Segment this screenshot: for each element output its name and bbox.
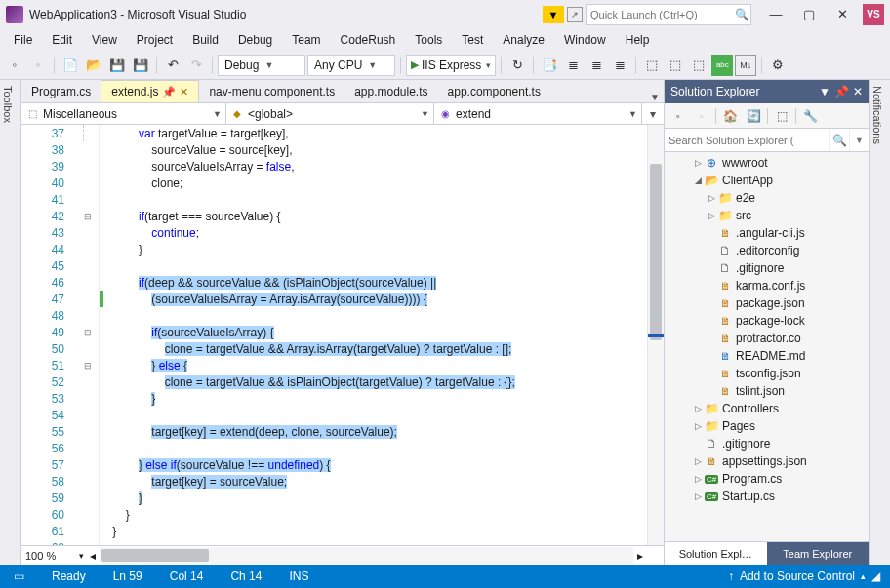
toggle-1[interactable]: 📑 — [539, 55, 560, 76]
tree-node[interactable]: 🗎package-lock — [665, 312, 869, 330]
horizontal-scrollbar[interactable] — [100, 547, 633, 564]
menu-window[interactable]: Window — [554, 31, 616, 49]
quick-launch-search[interactable]: 🔍 — [586, 4, 751, 25]
feedback-flag-icon[interactable]: ▼ — [543, 6, 564, 23]
save-all-button[interactable]: 💾 — [130, 55, 151, 76]
platform-combo[interactable]: Any CPU▼ — [307, 55, 395, 76]
toggle-4[interactable]: ≣ — [609, 55, 630, 76]
quick-launch-input[interactable] — [587, 9, 733, 20]
menu-tools[interactable]: Tools — [405, 31, 452, 49]
document-tab[interactable]: nav-menu.component.ts — [199, 81, 344, 102]
toggle-2[interactable]: ≣ — [562, 55, 584, 76]
nav-back-button[interactable]: ◦ — [4, 55, 25, 76]
tree-node[interactable]: ◢📂ClientApp — [665, 172, 869, 189]
undo-button[interactable]: ↶ — [162, 55, 183, 76]
folding-gutter[interactable]: ⊟⊟⊟ — [76, 125, 100, 545]
solution-tree[interactable]: ▷⊕wwwroot◢📂ClientApp▷📁e2e▷📁src🗎.angular-… — [665, 152, 869, 541]
vs-account-badge[interactable]: VS — [863, 4, 884, 25]
menu-help[interactable]: Help — [616, 31, 660, 49]
maximize-button[interactable]: ▢ — [792, 4, 826, 25]
se-home[interactable]: 🏠 — [720, 106, 740, 126]
menu-test[interactable]: Test — [452, 31, 493, 49]
document-tab[interactable]: app.module.ts — [344, 81, 437, 102]
menu-analyze[interactable]: Analyze — [493, 31, 554, 49]
code-editor[interactable]: 3738394041424344454647484950515253545556… — [21, 125, 664, 545]
solution-explorer-header[interactable]: Solution Explorer ▼ 📌 ✕ — [665, 80, 869, 103]
tree-node[interactable]: 🗋.gitignore — [665, 259, 869, 277]
status-ins[interactable]: INS — [275, 569, 322, 583]
menu-project[interactable]: Project — [127, 31, 182, 49]
tree-node[interactable]: ▷📁src — [665, 207, 869, 224]
tab-solution-explorer[interactable]: Solution Expl… — [665, 542, 767, 565]
dropdown-icon[interactable]: ▼ — [819, 85, 830, 98]
menu-debug[interactable]: Debug — [228, 31, 282, 49]
tool-b[interactable]: ⬚ — [665, 55, 686, 76]
tree-node[interactable]: ▷📁Controllers — [665, 400, 869, 417]
config-combo[interactable]: Debug▼ — [218, 55, 305, 76]
menu-view[interactable]: View — [82, 31, 127, 49]
tree-node[interactable]: ▷C#Startup.cs — [665, 488, 869, 505]
browser-link-button[interactable]: ↻ — [506, 55, 528, 76]
menu-build[interactable]: Build — [182, 31, 228, 49]
tree-node[interactable]: 🗋.editorconfig — [665, 242, 869, 259]
menu-file[interactable]: File — [4, 31, 42, 49]
nav-forward-button[interactable]: ◦ — [27, 55, 49, 76]
solution-search-input[interactable] — [665, 129, 829, 151]
zoom-level[interactable]: 100 % — [21, 550, 76, 562]
save-button[interactable]: 💾 — [106, 55, 128, 76]
document-tab[interactable]: extend.js📌✕ — [101, 80, 199, 102]
toggle-3[interactable]: ≣ — [586, 55, 607, 76]
add-source-control[interactable]: Add to Source Control — [740, 569, 855, 583]
resize-grip[interactable]: ◢ — [871, 569, 880, 583]
nav-combo-member[interactable]: ◉extend▼ — [434, 103, 642, 124]
tree-node[interactable]: ▷⊕wwwroot — [665, 154, 869, 172]
menu-coderush[interactable]: CodeRush — [331, 31, 406, 49]
tool-a[interactable]: ⬚ — [641, 55, 663, 76]
tree-node[interactable]: 🗎package.json — [665, 294, 869, 312]
tree-node[interactable]: 🗎tslint.json — [665, 382, 869, 400]
tree-node[interactable]: 🗎tsconfig.json — [665, 365, 869, 382]
toolbox-tab[interactable]: Toolbox — [0, 80, 16, 129]
se-showall[interactable]: ⬚ — [772, 106, 791, 126]
tool-e[interactable]: M↓ — [735, 55, 756, 76]
nav-combo-scope[interactable]: ⬚Miscellaneous▼ — [21, 103, 226, 124]
search-dropdown-icon[interactable]: ▼ — [849, 129, 869, 151]
source-control-icon[interactable]: ↑ — [728, 569, 734, 583]
vertical-scrollbar[interactable] — [647, 125, 664, 545]
nav-combo-type[interactable]: ◆<global>▼ — [226, 103, 434, 124]
minimize-button[interactable]: — — [759, 4, 792, 25]
menu-edit[interactable]: Edit — [42, 31, 82, 49]
tab-overflow-button[interactable]: ▼ — [646, 92, 664, 102]
close-icon[interactable]: ✕ — [853, 85, 863, 98]
document-tab[interactable]: Program.cs — [21, 81, 101, 102]
tool-d[interactable]: abc — [711, 55, 733, 76]
tree-node[interactable]: ▷📁e2e — [665, 189, 869, 207]
open-file-button[interactable]: 📂 — [83, 55, 104, 76]
close-icon[interactable]: ✕ — [180, 86, 188, 98]
se-back[interactable]: ◦ — [668, 106, 688, 126]
se-fwd[interactable]: ◦ — [692, 106, 711, 126]
new-project-button[interactable]: 📄 — [60, 55, 81, 76]
tool-c[interactable]: ⬚ — [688, 55, 709, 76]
tab-team-explorer[interactable]: Team Explorer — [767, 542, 870, 565]
tool-f[interactable]: ⚙ — [767, 55, 789, 76]
code-content[interactable]: var targetValue = target[key], sourceVal… — [100, 125, 647, 545]
search-icon[interactable]: 🔍 — [829, 129, 849, 151]
run-button[interactable]: ▶IIS Express▾ — [406, 55, 496, 76]
pin-icon[interactable]: 📌 — [834, 85, 849, 98]
document-tab[interactable]: app.component.ts — [438, 81, 550, 102]
tree-node[interactable]: 🗎protractor.co — [665, 330, 869, 347]
tree-node[interactable]: 🗎README.md — [665, 347, 869, 365]
tree-node[interactable]: ▷C#Program.cs — [665, 470, 869, 488]
pin-icon[interactable]: 📌 — [162, 86, 176, 98]
tree-node[interactable]: 🗎karma.conf.js — [665, 277, 869, 294]
tree-node[interactable]: 🗋.gitignore — [665, 435, 869, 452]
se-sync[interactable]: 🔄 — [744, 106, 763, 126]
se-properties[interactable]: 🔧 — [800, 106, 820, 126]
close-button[interactable]: ✕ — [826, 4, 859, 25]
notifications-tab[interactable]: Notifications — [870, 80, 885, 150]
tree-node[interactable]: ▷📁Pages — [665, 417, 869, 435]
tree-node[interactable]: ▷🗎appsettings.json — [665, 452, 869, 470]
tree-node[interactable]: 🗎.angular-cli.js — [665, 224, 869, 242]
redo-button[interactable]: ↷ — [185, 55, 207, 76]
